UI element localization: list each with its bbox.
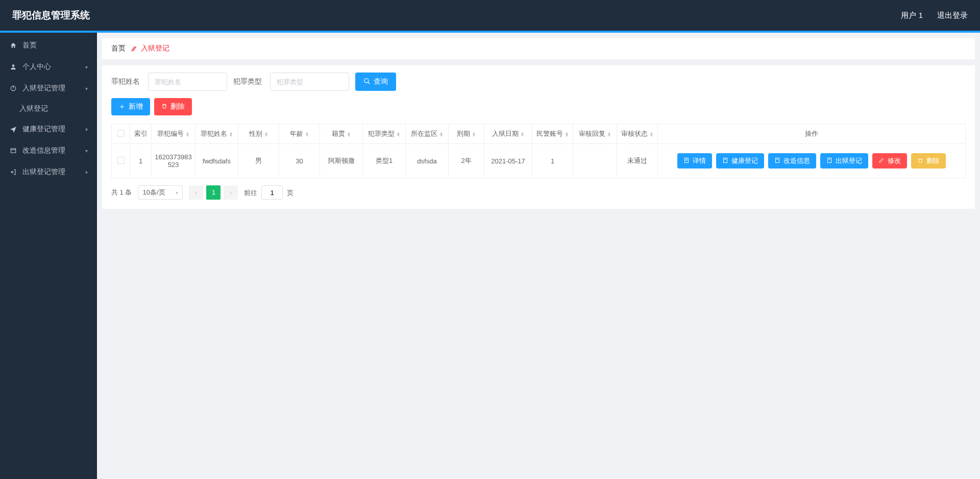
add-button[interactable]: ＋ 新增 xyxy=(111,98,150,115)
row-reform-button[interactable]: 改造信息 xyxy=(768,153,816,169)
chevron-down-icon: ▾ xyxy=(176,190,178,196)
pager-page-1[interactable]: 1 xyxy=(206,185,220,200)
row-health-button[interactable]: 健康登记 xyxy=(716,153,764,169)
sidebar-item-label: 健康登记管理 xyxy=(22,125,85,134)
delete-button[interactable]: 删除 xyxy=(154,98,192,115)
svg-point-6 xyxy=(364,78,369,82)
cell-name: fwdfsdafs xyxy=(195,144,238,178)
sidebar-item-reform[interactable]: 改造信息管理 ▾ xyxy=(0,140,97,161)
logout-link[interactable]: 退出登录 xyxy=(937,11,968,20)
th-crime-type[interactable]: 犯罪类型▲▼ xyxy=(363,124,406,144)
edit-icon xyxy=(878,157,885,165)
cell-zone: dsfsda xyxy=(406,144,449,178)
th-index: 索引 xyxy=(130,124,152,144)
sidebar-item-label: 首页 xyxy=(22,41,88,50)
filter-name-input[interactable] xyxy=(148,73,227,91)
th-review-status[interactable]: 审核状态▲▼ xyxy=(617,124,658,144)
filter-type-input[interactable] xyxy=(270,73,349,91)
th-review-reply[interactable]: 审核回复▲▼ xyxy=(573,124,617,144)
sidebar-item-home[interactable]: 首页 xyxy=(0,35,97,56)
home-icon xyxy=(9,41,17,50)
svg-line-7 xyxy=(368,82,370,84)
th-number[interactable]: 罪犯编号▲▼ xyxy=(152,124,195,144)
user-label[interactable]: 用户 1 xyxy=(901,11,923,20)
window-icon xyxy=(9,147,17,155)
svg-rect-15 xyxy=(828,158,831,162)
search-icon xyxy=(363,78,371,86)
checkbox-icon[interactable] xyxy=(117,130,125,137)
plane-icon xyxy=(9,125,17,133)
th-in-date[interactable]: 入狱日期▲▼ xyxy=(484,124,532,144)
trash-icon xyxy=(161,103,167,111)
pagination: 共 1 条 10条/页 ▾ ‹ 1 › 前往 页 xyxy=(111,185,966,200)
cell-police-account: 1 xyxy=(532,144,573,178)
sort-icon: ▲▼ xyxy=(650,132,654,137)
page-size-select[interactable]: 10条/页 ▾ xyxy=(138,185,183,200)
sidebar-item-label: 出狱登记管理 xyxy=(22,167,85,177)
power-icon xyxy=(9,84,17,92)
content-card: 罪犯姓名 犯罪类型 查询 ＋ 新增 删除 xyxy=(102,65,975,209)
sort-icon: ▲▼ xyxy=(347,132,351,137)
plus-icon: ＋ xyxy=(118,102,126,111)
sort-icon: ▲▼ xyxy=(305,132,309,137)
sidebar: 首页 个人中心 ▾ 入狱登记管理 ▾ 入狱登记 健康登记管理 ▾ 改造信息管理 … xyxy=(0,33,97,479)
th-select-all[interactable] xyxy=(112,124,130,144)
sort-icon: ▲▼ xyxy=(229,132,233,137)
goto-input[interactable] xyxy=(261,185,283,200)
chevron-down-icon: ▾ xyxy=(85,86,88,91)
chevron-down-icon: ▾ xyxy=(85,64,88,70)
cell-review-reply xyxy=(573,144,617,178)
svg-rect-3 xyxy=(11,149,15,153)
th-zone[interactable]: 所在监区▲▼ xyxy=(406,124,449,144)
action-row: ＋ 新增 删除 xyxy=(111,98,966,115)
sidebar-item-label: 个人中心 xyxy=(22,62,85,71)
breadcrumb-home[interactable]: 首页 xyxy=(111,44,126,53)
th-sentence[interactable]: 刑期▲▼ xyxy=(449,124,484,144)
sidebar-subitem-incarceration-record[interactable]: 入狱登记 xyxy=(0,99,97,118)
sidebar-item-release[interactable]: 出狱登记管理 ▾ xyxy=(0,161,97,183)
pager-next[interactable]: › xyxy=(224,185,238,200)
sidebar-item-incarceration[interactable]: 入狱登记管理 ▾ xyxy=(0,78,97,99)
user-icon xyxy=(9,63,17,71)
filter-name-label: 罪犯姓名 xyxy=(111,77,140,86)
sort-icon: ▲▼ xyxy=(565,132,569,137)
chevron-down-icon: ▾ xyxy=(85,127,88,132)
cell-crime-type: 类型1 xyxy=(363,144,406,178)
row-delete-button[interactable]: 删除 xyxy=(911,153,946,169)
row-edit-button[interactable]: 修改 xyxy=(872,153,907,169)
chevron-down-icon: ▾ xyxy=(85,170,88,175)
logout-icon xyxy=(9,168,17,176)
pager-prev[interactable]: ‹ xyxy=(189,185,203,200)
cell-in-date: 2021-05-17 xyxy=(484,144,532,178)
app-title: 罪犯信息管理系统 xyxy=(12,9,90,22)
data-table: 索引 罪犯编号▲▼ 罪犯姓名▲▼ 性别▲▼ 年龄▲▼ 籍贯▲▼ 犯罪类型▲▼ 所… xyxy=(111,124,966,178)
chevron-down-icon: ▾ xyxy=(85,148,88,154)
cell-number: 1620373983523 xyxy=(152,144,195,178)
row-release-button[interactable]: 出狱登记 xyxy=(820,153,868,169)
pager: ‹ 1 › xyxy=(189,185,238,200)
th-ops: 操作 xyxy=(658,124,966,144)
cell-age: 30 xyxy=(279,144,320,178)
doc-icon xyxy=(683,157,690,165)
cell-origin: 阿斯顿撒 xyxy=(320,144,363,178)
filter-type-label: 犯罪类型 xyxy=(233,77,262,86)
th-age[interactable]: 年龄▲▼ xyxy=(279,124,320,144)
top-header: 罪犯信息管理系统 用户 1 退出登录 xyxy=(0,0,980,31)
th-gender[interactable]: 性别▲▼ xyxy=(238,124,279,144)
doc-icon xyxy=(722,157,728,165)
sidebar-item-profile[interactable]: 个人中心 ▾ xyxy=(0,56,97,78)
main-content: 首页 ⫽ 入狱登记 罪犯姓名 犯罪类型 查询 ＋ 新增 xyxy=(97,33,980,479)
sidebar-subitem-label: 入狱登记 xyxy=(19,104,48,113)
row-checkbox[interactable] xyxy=(117,157,125,164)
row-detail-button[interactable]: 详情 xyxy=(677,153,712,169)
page-size-label: 10条/页 xyxy=(142,188,165,197)
th-name[interactable]: 罪犯姓名▲▼ xyxy=(195,124,238,144)
search-button[interactable]: 查询 xyxy=(355,73,396,91)
row-actions: 详情 健康登记 改造信息 xyxy=(661,149,962,173)
sidebar-item-health[interactable]: 健康登记管理 ▾ xyxy=(0,118,97,140)
th-origin[interactable]: 籍贯▲▼ xyxy=(320,124,363,144)
cell-gender: 男 xyxy=(238,144,279,178)
sort-icon: ▲▼ xyxy=(439,132,444,137)
breadcrumb-current: 入狱登记 xyxy=(141,44,169,53)
th-police-account[interactable]: 民警账号▲▼ xyxy=(532,124,573,144)
